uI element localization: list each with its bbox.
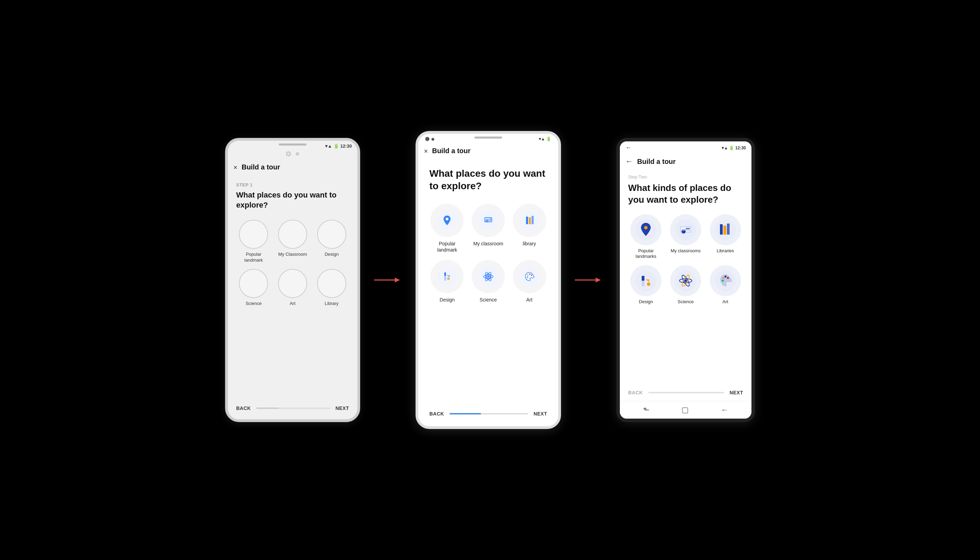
item-label: My classroom — [473, 240, 503, 247]
list-item[interactable]: Library — [314, 269, 349, 307]
arrow-1 — [374, 275, 402, 285]
progress-bar-2 — [450, 413, 528, 415]
svg-point-49 — [684, 279, 687, 282]
rich-circle-design — [630, 265, 661, 296]
header-title-1: Build a tour — [242, 163, 280, 171]
svg-point-57 — [722, 280, 724, 282]
list-item[interactable]: library — [512, 204, 547, 253]
signal-icon: ▾▲ — [325, 143, 332, 149]
svg-rect-41 — [723, 226, 726, 235]
header-title-2: Build a tour — [432, 147, 471, 155]
list-item[interactable]: Science — [668, 265, 704, 305]
signal-icon-2: ▾▲ — [539, 137, 545, 142]
next-button-1[interactable]: NEXT — [336, 405, 349, 411]
svg-point-54 — [723, 277, 724, 279]
svg-rect-11 — [526, 217, 528, 224]
circle-design — [317, 220, 346, 249]
status-icons-2: ▾▲ 🔋 — [539, 137, 551, 142]
p3-footer: BACK NEXT — [620, 386, 751, 401]
camera-circle — [286, 152, 291, 156]
status-bar-1: ▾▲ 🔋 12:30 — [228, 141, 357, 150]
status-bar-2: ▾▲ 🔋 — [418, 134, 558, 143]
home-square-icon[interactable]: ▢ — [681, 405, 689, 415]
time-3: 12:30 — [735, 145, 746, 150]
p1-content: STEP 1 What places do you want to explor… — [228, 175, 357, 400]
step-label-1: STEP 1 — [236, 182, 349, 187]
back-button-3-header[interactable]: ← — [625, 157, 633, 166]
back-nav-icon: ← — [625, 144, 632, 152]
back-button-1[interactable]: BACK — [236, 405, 251, 411]
close-button-2[interactable]: × — [424, 148, 428, 155]
svg-point-24 — [520, 268, 538, 285]
back-button-3[interactable]: BACK — [628, 390, 643, 395]
list-item[interactable]: Design — [429, 260, 465, 303]
back-button-2[interactable]: BACK — [429, 411, 444, 417]
list-item[interactable]: Popular landmark — [429, 204, 465, 253]
circle-my-classroom — [278, 220, 307, 249]
circle-art — [278, 269, 307, 298]
main-scene: ▾▲ 🔋 12:30 × Build a tour STEP 1 What pl… — [225, 131, 755, 429]
list-item[interactable]: My classrooms — [668, 214, 704, 260]
circle-science — [239, 269, 268, 298]
battery-icon-3: 🔋 — [729, 145, 734, 150]
camera-dot — [296, 152, 299, 156]
icon-circle-science — [472, 260, 505, 293]
status-bar-3: ← ▾▲ 🔋 12:30 — [620, 142, 751, 153]
list-item[interactable]: Art — [512, 260, 547, 303]
list-item[interactable]: Science — [471, 260, 506, 303]
svg-point-14 — [438, 268, 456, 285]
nav-bar-3: ⬑ ▢ ← — [620, 401, 751, 418]
camera-area-1 — [228, 150, 357, 159]
svg-rect-42 — [727, 223, 730, 235]
svg-marker-30 — [596, 278, 601, 282]
list-item[interactable]: Popular landmarks — [628, 214, 664, 260]
item-label: My Classroom — [278, 252, 307, 257]
circle-popular-landmark — [239, 220, 268, 249]
item-label: Popular landmarks — [628, 248, 664, 260]
header-bar-3: ← Build a tour — [620, 153, 751, 170]
phone-1: ▾▲ 🔋 12:30 × Build a tour STEP 1 What pl… — [225, 138, 360, 422]
icon-circle-library — [513, 204, 546, 237]
item-label: Design — [324, 252, 338, 257]
arrow-2 — [575, 275, 603, 285]
icon-circle-design — [430, 260, 464, 293]
item-label: Art — [290, 301, 296, 307]
svg-point-28 — [527, 277, 528, 278]
battery-icon-2: 🔋 — [546, 137, 551, 142]
header-bar-2: × Build a tour — [418, 143, 558, 159]
step-label-3: Step Two — [628, 174, 743, 180]
list-item[interactable]: Design — [314, 220, 349, 263]
circle-library — [317, 269, 346, 298]
list-item[interactable]: Libraries — [708, 214, 743, 260]
back-arrow-icon[interactable]: ← — [721, 405, 729, 415]
svg-rect-13 — [532, 216, 534, 224]
p2-question: What places do you want to explore? — [429, 167, 547, 193]
svg-point-56 — [727, 277, 729, 279]
svg-point-43 — [635, 270, 656, 291]
list-item[interactable]: My Classroom — [275, 220, 310, 263]
next-button-3[interactable]: NEXT — [730, 390, 743, 395]
time-1: 12:30 — [341, 143, 352, 149]
list-item[interactable]: My classroom — [471, 204, 506, 253]
item-label: library — [523, 240, 536, 247]
recent-apps-icon[interactable]: ⬑ — [643, 405, 649, 415]
svg-point-17 — [447, 277, 450, 280]
rich-circle-classrooms — [670, 214, 701, 245]
svg-point-32 — [644, 226, 648, 229]
svg-marker-1 — [395, 278, 400, 282]
item-label: Popular landmark — [236, 252, 271, 263]
cam-dot — [425, 137, 429, 141]
items-grid-2: Popular landmark — [429, 204, 547, 303]
list-item[interactable]: Art — [708, 265, 743, 305]
svg-rect-40 — [720, 224, 723, 235]
rich-circle-art — [710, 265, 741, 296]
icon-circle-art — [513, 260, 546, 293]
list-item[interactable]: Science — [236, 269, 271, 307]
list-item[interactable]: Design — [628, 265, 664, 305]
item-label: Design — [440, 297, 455, 303]
next-button-2[interactable]: NEXT — [534, 411, 547, 417]
svg-point-26 — [529, 273, 530, 275]
close-button-1[interactable]: × — [233, 164, 238, 171]
list-item[interactable]: Popular landmark — [236, 220, 271, 263]
list-item[interactable]: Art — [275, 269, 310, 307]
